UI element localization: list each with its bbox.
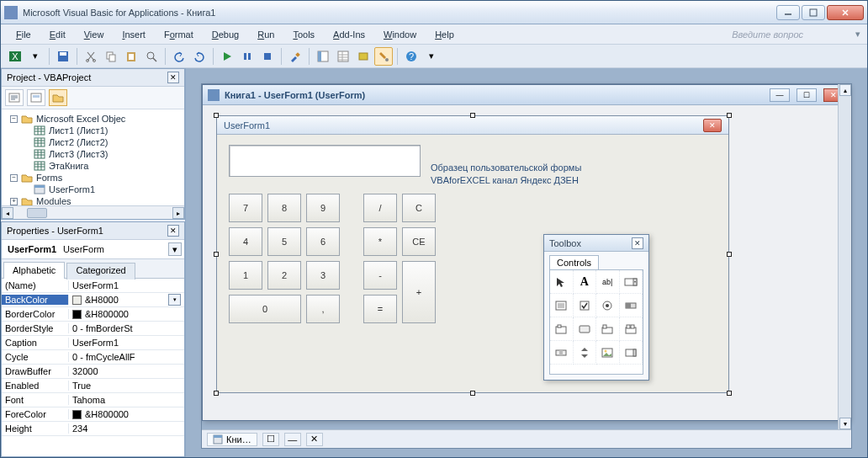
- property-row[interactable]: FontTahoma: [2, 393, 184, 407]
- mdi-vscroll[interactable]: ▴ ▾: [838, 84, 851, 429]
- key-1[interactable]: 1: [229, 261, 262, 290]
- minimize-button[interactable]: [776, 5, 800, 20]
- maximize-button[interactable]: [802, 5, 825, 20]
- property-row[interactable]: DrawBuffer32000: [2, 365, 184, 379]
- key-ce[interactable]: CE: [402, 227, 436, 256]
- property-row[interactable]: BackColor&H8000▾: [2, 293, 184, 307]
- property-row[interactable]: (Name)UserForm1: [2, 279, 184, 293]
- property-value[interactable]: 234: [69, 423, 184, 434]
- reset-icon[interactable]: [258, 47, 277, 66]
- forms-folder[interactable]: Forms: [36, 173, 62, 183]
- toolbox-window[interactable]: Toolbox ✕ Controls A ab|: [543, 234, 649, 381]
- key-8[interactable]: 8: [267, 194, 301, 222]
- collapse-icon[interactable]: −: [10, 174, 18, 182]
- tree-userform[interactable]: UserForm1: [49, 184, 95, 194]
- toggle-folders-icon[interactable]: [49, 89, 67, 106]
- key-comma[interactable]: ,: [306, 295, 340, 323]
- property-row[interactable]: Height234: [2, 422, 184, 436]
- view-object-icon[interactable]: [27, 89, 45, 106]
- project-tree[interactable]: −Microsoft Excel Objeс Лист1 (Лист1) Лис…: [2, 109, 184, 205]
- excel-objects-folder[interactable]: Microsoft Excel Objeс: [36, 114, 125, 124]
- scroll-left-icon[interactable]: ◂: [2, 207, 13, 219]
- listbox-tool-icon[interactable]: [550, 294, 574, 317]
- run-icon[interactable]: [218, 47, 236, 66]
- save-icon[interactable]: [54, 47, 72, 66]
- resize-handle[interactable]: [727, 113, 732, 118]
- dropdown-arrow-icon[interactable]: ▾: [168, 294, 181, 306]
- scroll-up-icon[interactable]: ▴: [839, 84, 851, 96]
- property-value[interactable]: &H800000: [69, 409, 184, 419]
- optionbutton-tool-icon[interactable]: [596, 294, 620, 317]
- properties-window-icon[interactable]: [334, 47, 352, 66]
- key-minus[interactable]: -: [363, 261, 397, 290]
- find-icon[interactable]: [142, 47, 161, 66]
- redo-icon[interactable]: [190, 47, 209, 66]
- menu-edit[interactable]: Edit: [41, 27, 74, 42]
- project-hscroll[interactable]: ◂ ▸: [2, 205, 184, 219]
- taskbar-min-icon[interactable]: —: [284, 433, 301, 446]
- form-minimize-button[interactable]: —: [770, 88, 790, 102]
- toolbox-close-icon[interactable]: ✕: [632, 237, 643, 249]
- project-panel-close-icon[interactable]: ✕: [167, 72, 179, 83]
- menu-debug[interactable]: Debug: [204, 27, 247, 42]
- frame-tool-icon[interactable]: [550, 317, 574, 341]
- key-plus[interactable]: +: [402, 261, 436, 323]
- tab-categorized[interactable]: Categorized: [66, 263, 135, 280]
- key-7[interactable]: 7: [229, 194, 262, 222]
- taskbar-close-icon[interactable]: ✕: [306, 433, 323, 446]
- question-arrow-icon[interactable]: ▾: [855, 29, 860, 40]
- label-tool-icon[interactable]: A: [574, 270, 597, 294]
- menu-help[interactable]: Help: [426, 27, 463, 42]
- property-value[interactable]: &H8000▾: [69, 294, 184, 306]
- combobox-tool-icon[interactable]: [620, 270, 643, 294]
- dropdown-arrow-icon[interactable]: ▾: [168, 242, 182, 256]
- property-value[interactable]: 0 - fmCycleAllF: [69, 352, 184, 362]
- spinbutton-tool-icon[interactable]: [574, 341, 597, 365]
- taskbar-restore-icon[interactable]: ☐: [262, 433, 279, 446]
- property-value[interactable]: UserForm1: [69, 338, 184, 348]
- menu-addins[interactable]: Add-Ins: [325, 27, 373, 42]
- help-icon[interactable]: ?: [402, 47, 421, 66]
- property-value[interactable]: UserForm1: [69, 280, 184, 290]
- expand-icon[interactable]: +: [10, 198, 18, 205]
- tab-alphabetic[interactable]: Alphabetic: [3, 262, 65, 279]
- form-canvas[interactable]: UserForm1 ✕ Образец пользовательской фор…: [203, 105, 849, 420]
- textbox-tool-icon[interactable]: ab|: [596, 270, 620, 294]
- refedit-tool-icon[interactable]: [620, 341, 643, 365]
- cut-icon[interactable]: [82, 47, 100, 66]
- property-row[interactable]: Cycle0 - fmCycleAllF: [2, 350, 184, 365]
- menu-file[interactable]: File: [8, 27, 40, 42]
- userform-close-icon[interactable]: ✕: [703, 119, 722, 132]
- tree-sheet[interactable]: Лист3 (Лист3): [49, 149, 108, 159]
- form-designer-window[interactable]: Книга1 - UserForm1 (UserForm) — ☐ ✕: [202, 84, 849, 421]
- calc-display[interactable]: [229, 145, 421, 177]
- close-button[interactable]: [827, 5, 864, 20]
- excel-icon[interactable]: X: [6, 47, 24, 66]
- key-divide[interactable]: /: [363, 194, 397, 222]
- scroll-thumb[interactable]: [27, 208, 47, 218]
- key-3[interactable]: 3: [306, 261, 340, 290]
- property-value[interactable]: True: [69, 381, 184, 391]
- toolbox-icon[interactable]: [374, 47, 393, 66]
- property-row[interactable]: CaptionUserForm1: [2, 336, 184, 350]
- tabstrip-tool-icon[interactable]: [596, 317, 620, 341]
- key-0[interactable]: 0: [229, 295, 301, 323]
- object-selector[interactable]: UserForm1 UserForm ▾: [2, 240, 184, 259]
- properties-panel-close-icon[interactable]: ✕: [167, 225, 179, 237]
- form-maximize-button[interactable]: ☐: [797, 88, 817, 102]
- togglebutton-tool-icon[interactable]: [620, 294, 643, 317]
- object-browser-icon[interactable]: [354, 47, 373, 66]
- key-2[interactable]: 2: [267, 261, 301, 290]
- menu-tools[interactable]: Tools: [284, 27, 323, 42]
- multipage-tool-icon[interactable]: [620, 317, 643, 341]
- property-value[interactable]: &H800000: [69, 309, 184, 319]
- menu-run[interactable]: Run: [249, 27, 283, 42]
- menu-format[interactable]: Format: [156, 27, 202, 42]
- collapse-icon[interactable]: −: [10, 115, 18, 123]
- userform[interactable]: UserForm1 ✕ Образец пользовательской фор…: [216, 115, 729, 393]
- tree-workbook[interactable]: ЭтаКнига: [49, 161, 88, 171]
- break-icon[interactable]: [238, 47, 257, 66]
- key-6[interactable]: 6: [306, 227, 340, 256]
- copy-icon[interactable]: [102, 47, 120, 66]
- property-value[interactable]: Tahoma: [69, 395, 184, 405]
